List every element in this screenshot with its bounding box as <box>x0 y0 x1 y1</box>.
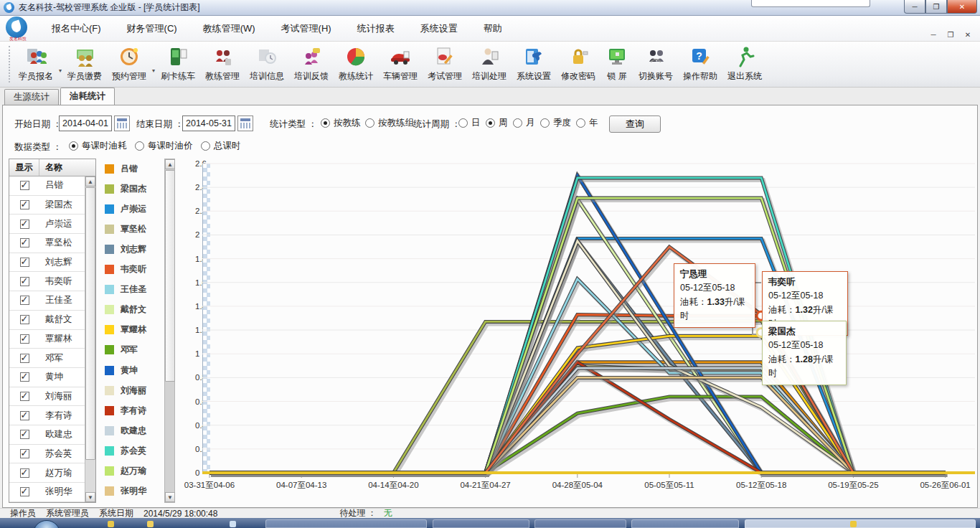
period-radio-0[interactable]: 日 <box>458 117 481 129</box>
menu-item-0[interactable]: 报名中心(F) <box>39 16 114 42</box>
legend-scrollbar[interactable]: ▲ ▼ <box>164 159 175 503</box>
show-checkbox[interactable] <box>20 468 29 478</box>
show-checkbox[interactable] <box>20 315 29 324</box>
table-row[interactable]: 王佳圣 <box>9 291 85 311</box>
menu-item-4[interactable]: 统计报表 <box>344 16 407 42</box>
toolbar-button-6[interactable]: 培训反馈 <box>289 42 334 87</box>
toolbar-button-15[interactable]: ? 操作帮助 <box>678 42 722 87</box>
minimize-button[interactable]: ─ <box>904 0 925 14</box>
table-row[interactable]: 戴舒文 <box>9 311 85 330</box>
show-checkbox[interactable] <box>20 354 29 363</box>
scrollbar-thumb[interactable] <box>165 170 175 382</box>
taskbar-task-button[interactable] <box>631 519 739 528</box>
menu-item-1[interactable]: 财务管理(C) <box>114 16 190 42</box>
taskbar-task-button[interactable] <box>265 519 427 528</box>
show-checkbox[interactable] <box>20 487 29 496</box>
table-row[interactable]: 赵万瑜 <box>9 463 85 483</box>
table-row[interactable]: 韦奕听 <box>9 272 85 291</box>
show-checkbox[interactable] <box>20 334 29 344</box>
table-row[interactable]: 卢崇运 <box>9 214 85 234</box>
period-radio-2[interactable]: 月 <box>513 117 535 129</box>
table-row[interactable]: 邓军 <box>9 349 85 368</box>
tab-0[interactable]: 生源统计 <box>4 89 59 105</box>
taskbar-task-button[interactable] <box>534 519 626 528</box>
table-row[interactable]: 梁国杰 <box>9 196 85 215</box>
toolbar-button-7[interactable]: 教练统计 <box>334 42 378 87</box>
stat-type-radio-0[interactable]: 按教练 <box>321 117 361 129</box>
show-checkbox[interactable] <box>20 238 29 248</box>
menu-item-5[interactable]: 系统设置 <box>407 16 471 42</box>
show-checkbox[interactable] <box>20 296 29 305</box>
show-checkbox[interactable] <box>20 449 29 458</box>
table-row[interactable]: 黄坤 <box>9 368 85 387</box>
end-date-input[interactable]: 2014-05-31 <box>182 116 235 131</box>
show-checkbox[interactable] <box>20 372 29 382</box>
show-checkbox[interactable] <box>20 392 29 401</box>
toolbar-button-11[interactable]: 系统设置 <box>512 42 556 87</box>
taskbar-task-button[interactable] <box>433 519 529 528</box>
titlebar-popup-box[interactable] <box>751 0 870 7</box>
toolbar-button-2[interactable]: 预约管理 <box>107 42 151 87</box>
toolbar-button-5[interactable]: 培训信息 <box>245 42 289 87</box>
menu-item-3[interactable]: 考试管理(H) <box>268 16 344 42</box>
maximize-button[interactable]: ❐ <box>925 0 947 14</box>
start-button[interactable] <box>33 520 60 528</box>
taskbar-icon[interactable] <box>108 521 114 527</box>
scroll-down-icon[interactable]: ▼ <box>165 492 175 502</box>
toolbar-button-0[interactable]: 学员报名 <box>14 42 58 87</box>
windows-taskbar[interactable] <box>0 518 980 528</box>
table-row[interactable]: 刘海丽 <box>9 387 85 407</box>
scroll-up-icon[interactable]: ▲ <box>85 176 95 187</box>
table-row[interactable]: 张明华 <box>9 483 85 502</box>
end-date-calendar-icon[interactable] <box>237 116 253 131</box>
column-header-name[interactable]: 名称 <box>39 159 95 176</box>
taskbar-icon[interactable] <box>850 521 857 527</box>
table-row[interactable]: 覃坚松 <box>9 234 85 253</box>
stat-type-radio-1[interactable]: 按教练组 <box>365 117 414 129</box>
toolbar-button-9[interactable]: 考试管理 <box>423 42 467 87</box>
data-type-radio-0[interactable]: 每课时油耗 <box>69 140 127 152</box>
close-button[interactable]: ✕ <box>947 0 977 14</box>
scrollbar-thumb[interactable] <box>85 187 95 460</box>
tab-1[interactable]: 油耗统计 <box>60 88 115 105</box>
start-date-calendar-icon[interactable] <box>114 116 130 131</box>
toolbar-button-14[interactable]: 切换账号 <box>633 42 678 87</box>
start-date-input[interactable]: 2014-04-01 <box>59 116 112 131</box>
scroll-up-icon[interactable]: ▲ <box>165 159 175 169</box>
show-checkbox[interactable] <box>20 258 29 267</box>
query-button[interactable]: 查询 <box>609 116 661 133</box>
taskbar-icon[interactable] <box>230 521 236 527</box>
mdi-restore-button[interactable]: ❐ <box>946 31 956 39</box>
show-checkbox[interactable] <box>20 200 29 209</box>
table-row[interactable]: 刘志辉 <box>9 253 85 273</box>
show-checkbox[interactable] <box>20 411 29 420</box>
toolbar-button-12[interactable]: 修改密码 <box>556 42 600 87</box>
toolbar-button-3[interactable]: 刷卡练车 <box>156 42 200 87</box>
menu-item-2[interactable]: 教练管理(W) <box>190 16 268 42</box>
table-row[interactable]: 苏会英 <box>9 445 85 464</box>
toolbar-button-4[interactable]: 教练管理 <box>200 42 245 87</box>
toolbar-button-13[interactable]: 锁 屏 <box>600 42 633 87</box>
show-checkbox[interactable] <box>20 430 29 439</box>
toolbar-button-1[interactable]: 学员缴费 <box>62 42 107 87</box>
line-chart[interactable]: 00.20.40.60.811.21.41.61.822.22.42.6 03-… <box>179 159 977 509</box>
table-row[interactable]: 欧建忠 <box>9 425 85 445</box>
toolbar-button-10[interactable]: 培训处理 <box>467 42 512 87</box>
plot-area[interactable] <box>202 162 977 492</box>
mdi-minimize-button[interactable]: ─ <box>928 31 938 39</box>
table-row[interactable]: 李有诗 <box>9 406 85 425</box>
taskbar-icon[interactable] <box>147 521 154 527</box>
show-checkbox[interactable] <box>20 277 29 286</box>
data-type-radio-1[interactable]: 每课时油价 <box>135 140 193 152</box>
show-checkbox[interactable] <box>20 220 29 229</box>
column-header-show[interactable]: 显示 <box>9 159 39 176</box>
table-row[interactable]: 吕锴 <box>9 176 85 196</box>
period-radio-3[interactable]: 季度 <box>540 117 571 129</box>
taskbar-task-button-active[interactable] <box>745 519 976 528</box>
menu-item-6[interactable]: 帮助 <box>471 16 515 42</box>
toolbar-button-8[interactable]: 车辆管理 <box>378 42 423 87</box>
data-type-radio-2[interactable]: 总课时 <box>201 140 241 152</box>
show-checkbox[interactable] <box>20 181 29 190</box>
period-radio-1[interactable]: 周 <box>486 117 508 129</box>
toolbar-button-16[interactable]: 退出系统 <box>722 42 767 87</box>
